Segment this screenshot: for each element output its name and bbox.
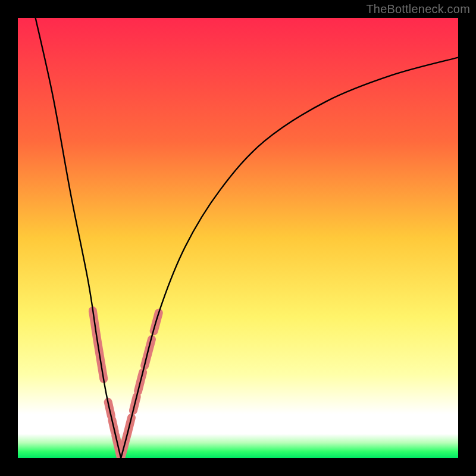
left-curve <box>36 18 121 458</box>
watermark-text: TheBottleneck.com <box>366 2 470 16</box>
curve-layer <box>18 18 458 458</box>
right-curve <box>121 58 458 458</box>
plot-area <box>18 18 458 458</box>
accent-segments <box>93 311 159 458</box>
outer-frame: TheBottleneck.com <box>0 0 476 476</box>
